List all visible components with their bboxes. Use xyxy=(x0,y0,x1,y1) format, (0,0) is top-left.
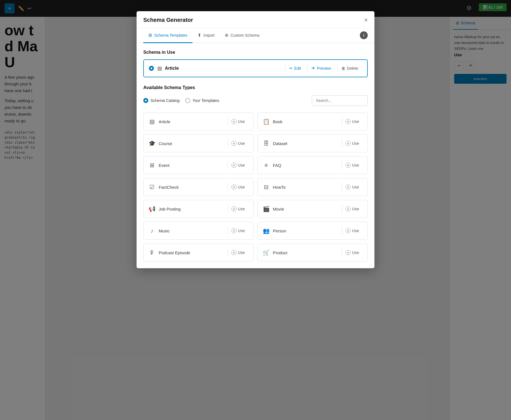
product-card-name: Product xyxy=(273,250,340,255)
event-card-name: Event xyxy=(159,163,226,168)
list-item: 🎓 Course + Use xyxy=(143,134,254,152)
article-radio-selected xyxy=(149,66,154,71)
schema-filter-radio-group: Schema Catalog Your Templates xyxy=(143,98,219,103)
schema-catalog-radio[interactable]: Schema Catalog xyxy=(143,98,180,103)
factcheck-card-name: FactCheck xyxy=(159,185,226,190)
dataset-use-button[interactable]: + Use xyxy=(342,139,362,148)
jobposting-use-button[interactable]: + Use xyxy=(228,205,248,213)
course-use-button[interactable]: + Use xyxy=(228,139,248,148)
modal-overlay: Schema Generator × ⊞ Schema Templates ⬆ … xyxy=(0,0,511,420)
modal-header: Schema Generator × xyxy=(137,11,374,28)
course-use-plus: + xyxy=(231,141,236,146)
modal-tabs: ⊞ Schema Templates ⬆ Import ⊕ Custom Sch… xyxy=(137,28,374,43)
preview-article-button[interactable]: 👁 Preview xyxy=(307,64,335,73)
book-use-button[interactable]: + Use xyxy=(342,117,362,126)
import-tab-icon: ⬆ xyxy=(198,32,201,38)
course-icon: 🎓 xyxy=(149,140,155,147)
person-use-button[interactable]: + Use xyxy=(342,227,362,235)
list-item: 👥 Person + Use xyxy=(257,222,368,240)
modal-body: Schema in Use ▤ Article ✏ Edit 👁 Preview… xyxy=(137,43,374,268)
catalog-radio-filled xyxy=(143,98,148,103)
edit-pencil-icon: ✏ xyxy=(289,66,293,71)
info-icon[interactable]: i xyxy=(360,31,368,39)
howto-icon: ⊟ xyxy=(263,184,269,190)
schema-in-use-card: ▤ Article ✏ Edit 👁 Preview 🗑 Delete xyxy=(143,59,368,77)
product-use-plus: + xyxy=(346,250,351,255)
podcast-icon: 🎙 xyxy=(149,249,155,256)
modal-title: Schema Generator xyxy=(143,17,193,23)
event-use-plus: + xyxy=(231,163,236,168)
article-schema-icon: ▤ xyxy=(157,65,162,71)
howto-use-button[interactable]: + Use xyxy=(342,183,362,191)
edit-article-button[interactable]: ✏ Edit xyxy=(285,64,305,73)
article-card-name: Article xyxy=(159,119,226,124)
movie-use-button[interactable]: + Use xyxy=(342,205,362,213)
music-use-button[interactable]: + Use xyxy=(228,227,248,235)
dataset-use-plus: + xyxy=(346,141,351,146)
book-card-name: Book xyxy=(273,119,340,124)
list-item: ⊟ HowTo + Use xyxy=(257,178,368,196)
book-icon: 📋 xyxy=(263,118,269,125)
list-item: 🛒 Product + Use xyxy=(257,244,368,262)
product-use-button[interactable]: + Use xyxy=(342,248,362,257)
person-card-name: Person xyxy=(273,228,340,233)
schema-filter-row: Schema Catalog Your Templates xyxy=(143,95,368,106)
jobposting-icon: 📢 xyxy=(149,206,155,212)
modal-close-button[interactable]: × xyxy=(364,17,368,23)
jobposting-use-plus: + xyxy=(231,206,236,211)
podcast-card-name: Podcast Episode xyxy=(159,250,226,255)
article-icon: ▤ xyxy=(149,118,155,125)
schema-search-input[interactable] xyxy=(312,95,368,106)
faq-card-name: FAQ xyxy=(273,163,340,168)
list-item: 🎬 Movie + Use xyxy=(257,200,368,218)
movie-icon: 🎬 xyxy=(263,206,269,212)
list-item: ♪ Music + Use xyxy=(143,222,254,240)
course-card-name: Course xyxy=(159,141,226,146)
article-schema-name: Article xyxy=(165,66,283,71)
person-icon: 👥 xyxy=(263,227,269,234)
dataset-icon: 🗄 xyxy=(263,140,269,147)
factcheck-use-plus: + xyxy=(231,185,236,190)
product-icon: 🛒 xyxy=(263,249,269,256)
article-use-button[interactable]: + Use xyxy=(228,117,248,126)
dataset-card-name: Dataset xyxy=(273,141,340,146)
your-templates-radio[interactable]: Your Templates xyxy=(185,98,219,103)
list-item: ⊞ Event + Use xyxy=(143,156,254,174)
schema-generator-modal: Schema Generator × ⊞ Schema Templates ⬆ … xyxy=(137,11,374,268)
person-use-plus: + xyxy=(346,228,351,233)
schema-in-use-title: Schema in Use xyxy=(143,50,368,55)
list-item: ≡ FAQ + Use xyxy=(257,156,368,174)
music-icon: ♪ xyxy=(149,228,155,234)
available-schema-types-title: Available Schema Types xyxy=(143,85,368,90)
book-use-plus: + xyxy=(346,119,351,124)
delete-trash-icon: 🗑 xyxy=(341,66,345,71)
music-card-name: Music xyxy=(159,228,226,233)
list-item: 📢 Job Posting + Use xyxy=(143,200,254,218)
schema-types-grid: ▤ Article + Use 📋 Book + Use xyxy=(143,113,368,262)
preview-eye-icon: 👁 xyxy=(311,66,315,71)
list-item: 📋 Book + Use xyxy=(257,113,368,130)
tab-custom-schema[interactable]: ⊕ Custom Schema xyxy=(220,28,264,43)
factcheck-icon: ☑ xyxy=(149,184,155,190)
podcast-use-button[interactable]: + Use xyxy=(228,248,248,257)
tab-import[interactable]: ⬆ Import xyxy=(193,28,220,43)
custom-tab-icon: ⊕ xyxy=(225,32,228,38)
music-use-plus: + xyxy=(231,228,236,233)
faq-icon: ≡ xyxy=(263,162,269,169)
faq-use-button[interactable]: + Use xyxy=(342,161,362,169)
list-item: 🗄 Dataset + Use xyxy=(257,134,368,152)
movie-card-name: Movie xyxy=(273,207,340,211)
faq-use-plus: + xyxy=(346,163,351,168)
list-item: 🎙 Podcast Episode + Use xyxy=(143,244,254,262)
factcheck-use-button[interactable]: + Use xyxy=(228,183,248,191)
event-use-button[interactable]: + Use xyxy=(228,161,248,169)
jobposting-card-name: Job Posting xyxy=(159,207,226,211)
templates-radio-empty xyxy=(185,98,190,103)
tab-schema-templates[interactable]: ⊞ Schema Templates xyxy=(143,28,193,43)
templates-tab-icon: ⊞ xyxy=(148,32,152,38)
movie-use-plus: + xyxy=(346,206,351,211)
article-use-plus: + xyxy=(231,119,236,124)
delete-article-button[interactable]: 🗑 Delete xyxy=(337,64,362,73)
podcast-use-plus: + xyxy=(231,250,236,255)
howto-card-name: HowTo xyxy=(273,185,340,190)
